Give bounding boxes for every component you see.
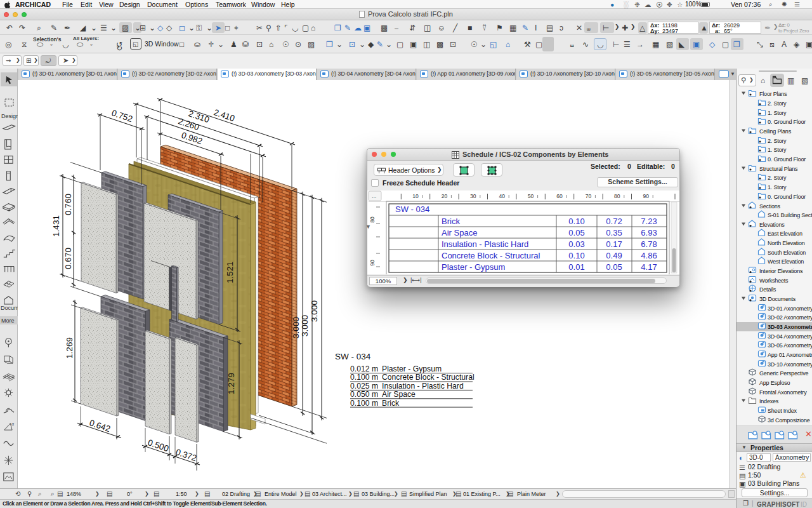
svg-text:Plaster - Gypsum: Plaster - Gypsum <box>382 364 442 373</box>
svg-text:3D-05 Axonometry: 3D-05 Axonometry <box>768 342 812 349</box>
svg-text:60: 60 <box>556 193 563 199</box>
svg-text:0.982: 0.982 <box>180 130 204 146</box>
svg-text:3D-10 Axonometry: 3D-10 Axonometry <box>768 361 812 368</box>
svg-text:4.17: 4.17 <box>641 262 657 272</box>
svg-text:Brick: Brick <box>442 217 460 226</box>
svg-text:S-01 Building Section: S-01 Building Section <box>768 212 812 218</box>
svg-text:West Elevation: West Elevation <box>768 258 804 265</box>
svg-text:6.93: 6.93 <box>641 228 657 237</box>
svg-text:2. Story: 2. Story <box>768 175 787 181</box>
svg-text:3.000: 3.000 <box>300 315 310 337</box>
svg-text:70: 70 <box>586 193 592 199</box>
svg-text:2. Story: 2. Story <box>768 100 787 107</box>
svg-text:0.05: 0.05 <box>606 262 622 272</box>
svg-text:Plaster - Gypsum: Plaster - Gypsum <box>442 262 505 272</box>
svg-text:SW - 034: SW - 034 <box>395 204 429 214</box>
svg-text:Floor Plans: Floor Plans <box>759 91 787 97</box>
svg-text:0.752: 0.752 <box>110 108 134 124</box>
svg-text:Indexes: Indexes <box>759 398 779 404</box>
svg-text:6.78: 6.78 <box>641 239 657 249</box>
svg-text:1.431: 1.431 <box>51 215 61 237</box>
svg-text:Sheet Index: Sheet Index <box>768 408 797 414</box>
svg-text:0.05: 0.05 <box>568 228 584 237</box>
svg-text:Generic Perspective: Generic Perspective <box>759 370 808 377</box>
svg-text:Frontal Axonometry: Frontal Axonometry <box>759 389 807 396</box>
svg-text:1. Story: 1. Story <box>768 147 787 153</box>
svg-text:0.01: 0.01 <box>568 262 584 272</box>
svg-text:0.025 m: 0.025 m <box>350 382 378 391</box>
svg-text:South Elevation: South Elevation <box>768 250 806 256</box>
svg-text:Air Space: Air Space <box>382 390 416 399</box>
svg-text:Structural Plans: Structural Plans <box>759 166 798 172</box>
svg-text:1. Story: 1. Story <box>768 110 787 116</box>
svg-text:α: α <box>11 422 14 426</box>
svg-text:Ceiling Plans: Ceiling Plans <box>759 128 792 135</box>
svg-text:Insulation - Plastic Hard: Insulation - Plastic Hard <box>442 239 528 249</box>
svg-text:...: ... <box>372 193 377 199</box>
svg-text:0.670: 0.670 <box>63 248 73 269</box>
svg-text:1.269: 1.269 <box>65 337 74 359</box>
svg-text:1.279: 1.279 <box>226 373 236 394</box>
svg-text:0.012 m: 0.012 m <box>350 364 378 373</box>
svg-text:7.23: 7.23 <box>641 217 657 226</box>
svg-text:0.372: 0.372 <box>174 447 198 463</box>
svg-text:0.500: 0.500 <box>147 438 170 453</box>
svg-text:3D-02 Axonometry: 3D-02 Axonometry <box>768 314 812 321</box>
svg-text:Elevations: Elevations <box>759 222 785 228</box>
svg-text:0.760: 0.760 <box>63 194 73 215</box>
svg-text:Design: Design <box>1 113 18 119</box>
svg-text:Concrete Block - Structural: Concrete Block - Structural <box>442 251 540 260</box>
svg-text:3d Composizione: 3d Composizione <box>768 417 810 424</box>
svg-text:90: 90 <box>643 193 649 199</box>
svg-text:Brick: Brick <box>382 399 400 408</box>
svg-text:0. Ground Floor: 0. Ground Floor <box>768 194 806 200</box>
svg-text:2. Story: 2. Story <box>768 138 787 144</box>
svg-text:0.100 m: 0.100 m <box>350 399 378 408</box>
svg-text:Worksheets: Worksheets <box>759 277 789 284</box>
svg-text:0.35: 0.35 <box>606 228 622 237</box>
svg-text:80: 80 <box>369 217 376 223</box>
svg-text:More: More <box>1 318 15 324</box>
svg-text:Insulation - Plastic Hard: Insulation - Plastic Hard <box>382 382 464 391</box>
svg-text:3.000: 3.000 <box>310 300 319 322</box>
svg-text:3D Documents: 3D Documents <box>759 296 796 302</box>
svg-text:0.10: 0.10 <box>568 217 584 226</box>
svg-text:40: 40 <box>499 193 505 199</box>
svg-text:3D-01 Axonometry: 3D-01 Axonometry <box>768 305 812 312</box>
svg-text:3.000: 3.000 <box>291 317 301 338</box>
svg-text:1. Story: 1. Story <box>768 184 787 190</box>
svg-text:90: 90 <box>369 260 376 266</box>
svg-text:Concrete Block - Structural: Concrete Block - Structural <box>382 373 475 382</box>
svg-text:1.521: 1.521 <box>225 262 235 283</box>
svg-text:Details: Details <box>759 286 776 293</box>
svg-text:20: 20 <box>442 193 448 199</box>
svg-text:10: 10 <box>412 193 419 199</box>
svg-text:Sections: Sections <box>759 203 781 210</box>
svg-text:0. Ground Floor: 0. Ground Floor <box>768 156 806 163</box>
svg-text:East Elevation: East Elevation <box>768 231 802 237</box>
svg-text:0.10: 0.10 <box>568 251 584 260</box>
svg-text:4.86: 4.86 <box>641 251 657 260</box>
svg-text:80: 80 <box>614 193 620 199</box>
svg-text:App Esploso: App Esploso <box>759 380 790 386</box>
svg-text:0.03: 0.03 <box>568 239 584 249</box>
svg-text:0.050 m: 0.050 m <box>350 390 378 399</box>
svg-text:50: 50 <box>528 193 534 199</box>
svg-text:0.72: 0.72 <box>606 217 622 226</box>
svg-text:Air Space: Air Space <box>442 228 477 237</box>
svg-text:0.17: 0.17 <box>606 239 622 249</box>
svg-text:North Elevation: North Elevation <box>768 240 805 246</box>
svg-text:30: 30 <box>470 193 476 199</box>
svg-text:0.49: 0.49 <box>606 251 622 260</box>
svg-text:3D-03 Axonometry: 3D-03 Axonometry <box>768 324 812 330</box>
svg-text:0.642: 0.642 <box>88 418 112 434</box>
svg-text:Interior Elevations: Interior Elevations <box>759 268 803 274</box>
svg-text:Docum: Docum <box>1 305 18 311</box>
svg-text:3D-04 Axonometry: 3D-04 Axonometry <box>768 333 812 340</box>
svg-text:App 01 Axonometry: App 01 Axonometry <box>768 352 812 358</box>
svg-text:0. Ground Floor: 0. Ground Floor <box>768 119 806 125</box>
svg-text:0.100 m: 0.100 m <box>350 373 378 382</box>
svg-text:SW - 034: SW - 034 <box>335 352 371 361</box>
